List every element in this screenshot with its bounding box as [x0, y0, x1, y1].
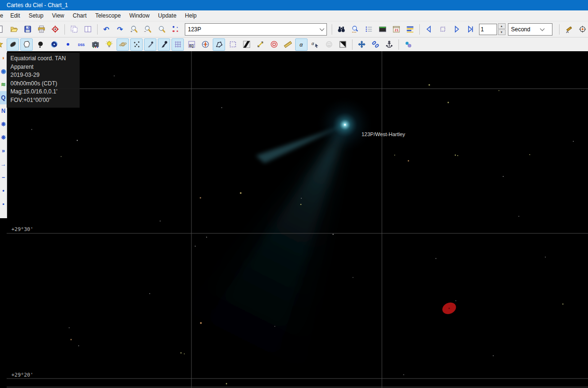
menu-item-help[interactable]: Help — [181, 12, 201, 19]
show-milky-way-button[interactable] — [240, 38, 253, 51]
star[interactable] — [77, 140, 78, 141]
chevron-down-icon[interactable] — [530, 24, 552, 35]
show-asteroids-button[interactable] — [130, 38, 143, 51]
telescope-panel-button[interactable] — [562, 23, 575, 36]
show-constellation-boundaries-button[interactable] — [226, 38, 239, 51]
show-nebulae-button[interactable] — [20, 38, 33, 51]
save-file-button[interactable] — [21, 23, 34, 36]
search-object-button[interactable] — [349, 23, 361, 36]
zoom-in-button[interactable]: + — [128, 23, 140, 36]
observing-panel-button[interactable] — [376, 23, 389, 36]
menu-item-update[interactable]: Update — [154, 12, 181, 19]
interval-unit-select[interactable]: Second — [508, 23, 552, 36]
star[interactable] — [226, 383, 227, 385]
menu-item-telescope[interactable]: Telescope — [91, 12, 125, 19]
compass-rose-button[interactable] — [199, 38, 211, 51]
sky-brightness-button[interactable] — [103, 38, 115, 51]
star[interactable] — [529, 154, 530, 155]
show-pictures-button[interactable] — [89, 38, 101, 51]
redo-button[interactable]: ↷ — [114, 23, 127, 36]
anim-step-button[interactable] — [464, 23, 476, 36]
side-tool-2[interactable]: ◉ — [0, 65, 7, 78]
undo-button[interactable]: ↶ — [100, 23, 113, 36]
star[interactable] — [206, 237, 207, 238]
interval-up-button[interactable]: ▲ — [498, 23, 506, 29]
side-tool-5[interactable]: N — [0, 104, 7, 118]
night-vision-button[interactable] — [336, 38, 349, 51]
star[interactable] — [455, 300, 456, 301]
star[interactable] — [160, 221, 161, 222]
chevron-down-icon[interactable] — [318, 24, 326, 35]
star[interactable] — [61, 156, 62, 157]
show-dss-button[interactable]: DSS — [75, 38, 88, 51]
star[interactable] — [333, 234, 334, 235]
anim-stop-button[interactable] — [436, 23, 449, 36]
advanced-labels-button[interactable]: α — [309, 38, 321, 51]
side-tool-9[interactable]: → — [0, 157, 7, 171]
star[interactable] — [181, 352, 182, 354]
side-tool-1[interactable]: ◗ — [0, 51, 7, 65]
star[interactable] — [403, 374, 404, 375]
star[interactable] — [301, 198, 302, 199]
star-filter-button[interactable] — [169, 23, 181, 36]
star[interactable] — [455, 155, 456, 156]
sky-canvas[interactable]: ◗◉≋QN❋❋»→−•▪ Equatorial coord. TAN Appar… — [0, 51, 588, 388]
star[interactable] — [408, 160, 409, 162]
object-list-button[interactable] — [362, 23, 375, 36]
print-button[interactable] — [35, 23, 47, 36]
chart-options-button[interactable] — [402, 38, 414, 51]
move-chart-button[interactable] — [355, 38, 368, 51]
star[interactable] — [71, 339, 72, 341]
star[interactable] — [545, 257, 546, 258]
side-tool-10[interactable]: − — [0, 171, 7, 184]
show-dark-nebulae-button[interactable] — [34, 38, 46, 51]
telescope-goto-button[interactable] — [576, 23, 588, 36]
star[interactable] — [498, 90, 499, 91]
show-planetary-nebulae-button[interactable] — [62, 38, 74, 51]
anim-back-button[interactable] — [423, 23, 435, 36]
star[interactable] — [435, 258, 436, 259]
field-circle-button[interactable] — [268, 38, 280, 51]
menu-item-window[interactable]: Window — [125, 12, 154, 19]
star[interactable] — [428, 84, 430, 85]
measure-line-button[interactable] — [254, 38, 266, 51]
object-search-input[interactable] — [185, 26, 318, 33]
side-tool-4[interactable]: Q — [0, 91, 7, 104]
menu-item-view[interactable]: View — [48, 12, 69, 19]
star[interactable] — [184, 353, 185, 354]
anchor-chart-button[interactable] — [383, 38, 395, 51]
refresh-chart-button[interactable] — [49, 23, 61, 36]
star[interactable] — [149, 293, 150, 294]
show-galaxies-button[interactable] — [7, 38, 19, 51]
star[interactable] — [200, 322, 202, 324]
show-constellation-lines-button[interactable] — [213, 38, 225, 51]
star[interactable] — [240, 192, 242, 194]
menu-item-setup[interactable]: Setup — [24, 12, 47, 19]
star[interactable] — [394, 155, 395, 156]
star[interactable] — [69, 327, 70, 328]
zoom-default-button[interactable] — [155, 23, 168, 36]
star[interactable] — [221, 107, 222, 108]
star[interactable] — [573, 141, 574, 142]
star[interactable] — [562, 304, 564, 305]
open-file-button[interactable] — [8, 23, 20, 36]
object-mark-button[interactable] — [323, 38, 335, 51]
side-tool-11[interactable]: • — [0, 184, 7, 197]
side-tool-8[interactable]: » — [0, 144, 7, 157]
multi-window-button[interactable] — [81, 23, 94, 36]
star[interactable] — [457, 155, 458, 156]
star[interactable] — [353, 277, 353, 278]
calendar-button[interactable]: 21 — [390, 23, 402, 36]
chart-config-button[interactable] — [404, 23, 416, 36]
star[interactable] — [448, 102, 449, 103]
star[interactable] — [493, 355, 494, 356]
star[interactable] — [300, 204, 302, 205]
show-eq-grid-button[interactable]: EQ — [185, 38, 198, 51]
menu-item-edit[interactable]: Edit — [6, 12, 25, 19]
show-planets-button[interactable] — [117, 38, 129, 51]
star[interactable] — [200, 197, 201, 199]
show-galaxy-images-button[interactable] — [48, 38, 60, 51]
show-labels-button[interactable]: α — [295, 38, 308, 51]
star[interactable] — [78, 345, 79, 346]
star[interactable] — [503, 176, 504, 177]
